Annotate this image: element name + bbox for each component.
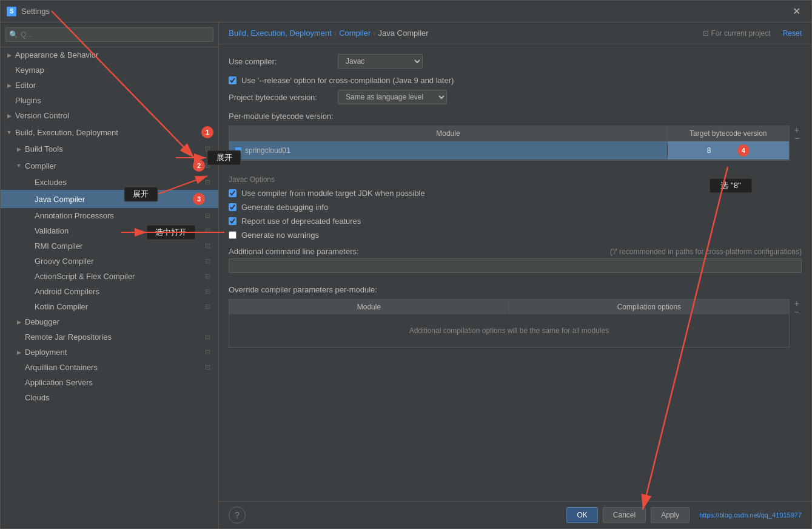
annotation-badge-4: 4 (737, 144, 750, 157)
help-button[interactable]: ? (229, 507, 246, 524)
sidebar-item-label: Build Tools (25, 144, 205, 153)
sidebar-item-label: ActionScript & Flex Compiler (35, 272, 205, 281)
use-release-checkbox[interactable] (229, 76, 237, 84)
sidebar-item-clouds[interactable]: Clouds (1, 390, 218, 405)
sidebar-item-debugger[interactable]: Debugger (1, 314, 218, 329)
sidebar-item-build-exec[interactable]: Build, Execution, Deployment 1 (1, 123, 218, 141)
sidebar-item-rmi-compiler[interactable]: RMI Compiler ⊡ (1, 238, 218, 254)
cmd-label-row: Additional command line parameters: ('/'… (229, 247, 802, 256)
sidebar-item-groovy-compiler[interactable]: Groovy Compiler ⊡ (1, 254, 218, 269)
remove-row-button[interactable]: − (792, 134, 802, 143)
expand-icon (25, 212, 32, 220)
bytecode-label: Project bytecode version: (229, 93, 338, 102)
override-options-header: Compilation options (509, 300, 789, 314)
sidebar-item-deployment[interactable]: Deployment ⊡ (1, 345, 218, 360)
reset-button[interactable]: Reset (783, 29, 802, 38)
expand-icon (25, 195, 32, 203)
sidebar-item-appearance[interactable]: Appearance & Behavior (1, 47, 218, 62)
checkbox-gen-debug[interactable] (229, 203, 237, 211)
sidebar-item-label: Build, Execution, Deployment (15, 128, 198, 137)
copy-icon: ⊡ (205, 161, 213, 170)
sidebar-item-arquillian[interactable]: Arquillian Containers ⊡ (1, 360, 218, 375)
right-panel: Build, Execution, Deployment › Compiler … (219, 22, 811, 528)
expand-icon (15, 162, 22, 169)
sidebar-item-label: Application Servers (25, 378, 213, 387)
module-col-header: Module (229, 126, 668, 141)
sidebar-item-version-control[interactable]: Version Control (1, 108, 218, 123)
version-cell: 8 4 (668, 141, 789, 160)
search-input[interactable] (5, 27, 213, 42)
sidebar-item-android-compilers[interactable]: Android Compilers ⊡ (1, 284, 218, 299)
expand-icon (25, 273, 32, 280)
expand-icon (25, 243, 32, 250)
apply-button[interactable]: Apply (651, 507, 690, 523)
cancel-button[interactable]: Cancel (603, 507, 646, 523)
checkbox-row-2: Report use of deprecated features (229, 217, 802, 226)
per-module-label: Per-module bytecode version: (229, 112, 802, 121)
breadcrumb-link-2[interactable]: Compiler (339, 29, 371, 38)
ok-button[interactable]: OK (566, 507, 597, 523)
table-header: Module Target bytecode version (229, 126, 789, 141)
use-compiler-label: Use compiler: (229, 57, 338, 66)
sidebar-item-plugins[interactable]: Plugins (1, 93, 218, 108)
sidebar-item-remote-jar[interactable]: Remote Jar Repositories ⊡ (1, 329, 218, 345)
title-bar: S Settings ✕ (1, 1, 811, 22)
sidebar-item-annotation-processors[interactable]: Annotation Processors ⊡ (1, 208, 218, 223)
copy-icon: ⊡ (205, 212, 213, 220)
checkbox-report-deprecated[interactable] (229, 217, 237, 225)
bytecode-select[interactable]: Same as language level 8 11 17 (338, 90, 447, 104)
copy-icon: ⊡ (205, 195, 213, 203)
sidebar-item-kotlin-compiler[interactable]: Kotlin Compiler ⊡ (1, 299, 218, 314)
sidebar-item-label: Debugger (25, 317, 213, 326)
sidebar-item-label: Arquillian Containers (25, 363, 205, 372)
override-section: Override compiler parameters per-module:… (229, 285, 802, 352)
sidebar-item-java-compiler[interactable]: Java Compiler 3 ⊡ (1, 190, 218, 208)
sidebar-item-label: Android Compilers (35, 287, 205, 296)
panel-body: Use compiler: Javac Eclipse Ajc Use '--r… (219, 44, 811, 501)
expand-icon (25, 179, 32, 186)
override-add-button[interactable]: + (792, 299, 802, 308)
breadcrumb-current: Java Compiler (378, 29, 429, 38)
sidebar-item-label: Deployment (25, 348, 205, 357)
expand-icon (15, 334, 22, 341)
sidebar-item-compiler[interactable]: Compiler 2 ⊡ (1, 157, 218, 175)
use-release-row: Use '--release' option for cross-compila… (229, 76, 802, 85)
expand-icon (5, 112, 13, 120)
checkbox-gen-warnings[interactable] (229, 231, 237, 239)
sidebar-item-label: Kotlin Compiler (35, 302, 205, 311)
override-remove-button[interactable]: − (792, 308, 802, 316)
sidebar-item-label: Remote Jar Repositories (25, 332, 205, 342)
javac-options-title: Javac Options (229, 175, 802, 184)
checkbox-use-compiler-module[interactable] (229, 189, 237, 197)
module-cell: springcloud01 (229, 143, 668, 158)
search-icon: 🔍 (9, 30, 18, 39)
expand-icon (15, 379, 22, 386)
copy-icon: ⊡ (205, 257, 213, 266)
close-button[interactable]: ✕ (788, 3, 805, 19)
sidebar-item-app-servers[interactable]: Application Servers (1, 375, 218, 390)
sidebar-item-actionscript[interactable]: ActionScript & Flex Compiler ⊡ (1, 269, 218, 284)
override-table-container: Module Compilation options Additional co… (229, 299, 802, 352)
override-empty-text: Additional compilation options will be t… (229, 314, 789, 347)
sidebar-item-excludes[interactable]: Excludes ⊡ (1, 175, 218, 190)
sidebar-item-editor[interactable]: Editor (1, 78, 218, 93)
plus-minus-buttons: + − (792, 126, 802, 143)
expand-icon (15, 146, 22, 153)
sidebar-item-label: Plugins (15, 96, 213, 105)
bottom-bar: ? OK Cancel Apply https://blog.csdn.net/… (219, 501, 811, 528)
breadcrumb: Build, Execution, Deployment › Compiler … (219, 22, 811, 44)
expand-icon (25, 288, 32, 295)
cmd-params-input[interactable] (229, 258, 802, 273)
copy-icon: ⊡ (205, 145, 213, 153)
sidebar-item-validation[interactable]: Validation ⊡ (1, 223, 218, 238)
expand-icon (5, 52, 13, 59)
checkbox-row-0: Use compiler from module target JDK when… (229, 189, 802, 198)
compiler-select[interactable]: Javac Eclipse Ajc (338, 54, 423, 69)
sidebar-item-keymap[interactable]: Keymap (1, 62, 218, 78)
breadcrumb-link-1[interactable]: Build, Execution, Deployment (229, 29, 332, 38)
javac-options-section: Javac Options Use compiler from module t… (229, 175, 802, 240)
expand-icon (15, 394, 22, 402)
table-row[interactable]: springcloud01 8 4 (229, 141, 789, 160)
add-row-button[interactable]: + (792, 126, 802, 134)
sidebar-item-build-tools[interactable]: Build Tools ⊡ (1, 141, 218, 157)
